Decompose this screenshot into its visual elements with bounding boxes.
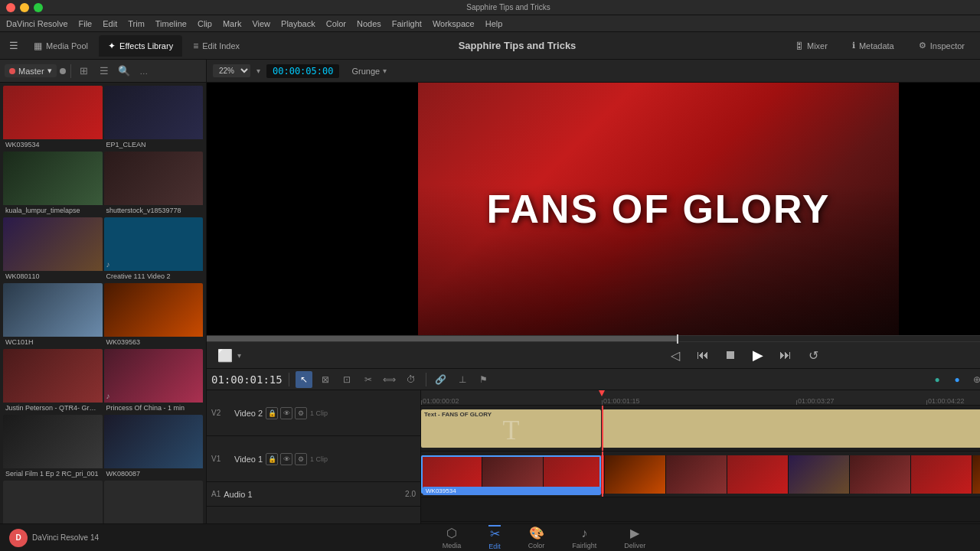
master-label: Master [18, 67, 44, 76]
list-view-btn[interactable]: ☰ [96, 63, 113, 80]
tab-mixer[interactable]: 🎛 Mixer [786, 35, 837, 57]
tracks-wrapper: 01:00:00:02 01:00:01:15 01:00:03:27 01:0… [421, 390, 980, 528]
prev-frame-btn[interactable]: ◁ [666, 346, 684, 364]
media-item-ep1clean[interactable]: EP1_CLEAN [104, 86, 204, 150]
stop-btn[interactable]: ⏹ [721, 346, 740, 364]
track-settings-v2[interactable]: ⚙ [295, 407, 307, 419]
menu-view[interactable]: View [252, 19, 270, 28]
bottom-tab-edit[interactable]: ✂ Edit [488, 525, 501, 550]
menu-bar: DaVinci Resolve File Edit Trim Timeline … [0, 15, 980, 32]
track-settings-v1[interactable]: ⚙ [295, 453, 307, 465]
loop-btn[interactable]: ↺ [804, 346, 822, 364]
preview-select-btn[interactable]: ⬜ [216, 346, 234, 364]
media-item-princess[interactable]: ♪ Princess Of China - 1 min [104, 349, 204, 413]
media-nav-icon: ⬡ [446, 526, 457, 540]
media-nav-label: Media [443, 542, 462, 549]
more-options-btn[interactable]: … [136, 63, 152, 80]
ruler-tick-3: 01:00:03:27 [798, 397, 835, 405]
clip-text-fans-2[interactable] [603, 409, 980, 448]
link-btn[interactable]: 🔗 [433, 371, 449, 388]
film-cell-10 [972, 455, 980, 494]
trim-tool-btn[interactable]: ⊠ [317, 371, 334, 388]
rewind-btn[interactable]: ⏮ [694, 346, 712, 364]
color-nav-icon: 🎨 [529, 526, 544, 540]
menu-workspace[interactable]: Workspace [433, 19, 475, 28]
media-item-kuala[interactable]: kuala_lumpur_timelapse [3, 152, 103, 216]
media-item-shutterstock[interactable]: shutterstock_v18539778 [104, 152, 204, 216]
tab-effects-library[interactable]: ✦ Effects Library [99, 35, 182, 57]
timeline-toolbar: 01:00:01:15 ↖ ⊠ ⊡ ✂ ⟺ ⏱ 🔗 ⊥ ⚑ ● ● ⊕ [207, 369, 980, 390]
flag-btn[interactable]: ⚑ [475, 371, 492, 388]
menu-help[interactable]: Help [485, 19, 503, 28]
audio-name-a1: Audio 1 [224, 490, 252, 499]
bottom-tab-media[interactable]: ⬡ Media [443, 526, 462, 549]
media-item-justin[interactable]: Justin Peterson - QTR4- Green al... [3, 349, 103, 413]
film-cell-6 [727, 455, 789, 494]
fairlight-nav-label: Fairlight [572, 542, 596, 549]
bottom-tab-color[interactable]: 🎨 Color [528, 526, 545, 549]
master-dropdown[interactable]: Master ▾ [5, 64, 57, 77]
menu-clip[interactable]: Clip [198, 19, 212, 28]
color2-flag-btn[interactable]: ● [949, 371, 965, 388]
media-item-wk080087[interactable]: WK080087 [104, 415, 204, 479]
menu-edit[interactable]: Edit [103, 19, 117, 28]
add-marker-btn[interactable]: ⊕ [969, 371, 980, 388]
color-flag-btn[interactable]: ● [929, 371, 946, 388]
blade-btn[interactable]: ✂ [360, 371, 377, 388]
menu-mark[interactable]: Mark [223, 19, 241, 28]
menu-file[interactable]: File [79, 19, 93, 28]
menu-playback[interactable]: Playback [281, 19, 315, 28]
main-layout: Master ▾ ⊞ ☰ 🔍 … WK039534 EP1_CLEAN [0, 60, 980, 551]
media-item-creative111[interactable]: ♪ Creative 111 Video 2 [104, 217, 204, 282]
maximize-btn[interactable] [34, 3, 43, 12]
track-lock-v1[interactable]: 🔒 [266, 453, 278, 465]
menu-nodes[interactable]: Nodes [357, 19, 381, 28]
media-item-wc101h[interactable]: WC101H [3, 283, 103, 347]
menu-davinci[interactable]: DaVinci Resolve [6, 19, 68, 28]
effects-icon: ✦ [108, 41, 116, 51]
grunge-label: Grunge [351, 67, 380, 76]
metadata-icon: ℹ [852, 41, 855, 51]
play-btn[interactable]: ▶ [749, 346, 767, 364]
media-item-wk039563[interactable]: WK039563 [104, 283, 204, 347]
tab-media-pool[interactable]: ▦ Media Pool [24, 35, 97, 57]
film-cell-7 [789, 455, 850, 494]
menu-fairlight[interactable]: Fairlight [392, 19, 422, 28]
track-lock-v2[interactable]: 🔒 [266, 407, 278, 419]
slip-btn[interactable]: ⟺ [381, 371, 398, 388]
media-item-wk080110[interactable]: WK080110 [3, 217, 103, 282]
title-bar: Sapphire Tips and Tricks [0, 0, 980, 15]
select-tool-btn[interactable]: ↖ [296, 371, 312, 388]
menu-timeline[interactable]: Timeline [155, 19, 187, 28]
grunge-dropdown-arrow[interactable]: ▾ [383, 67, 387, 75]
tab-inspector[interactable]: ⚙ Inspector [910, 35, 974, 57]
zoom-select[interactable]: 22% [213, 64, 250, 77]
bottom-tab-deliver[interactable]: ▶ Deliver [624, 526, 645, 549]
edit-index-icon: ≡ [193, 41, 198, 51]
search-btn[interactable]: 🔍 [116, 63, 132, 80]
grid-view-btn[interactable]: ⊞ [76, 63, 93, 80]
track-clip-count-v1: 1 Clip [310, 455, 328, 463]
menu-color[interactable]: Color [326, 19, 346, 28]
davinci-logo-icon: D [9, 529, 28, 547]
track-visible-v2[interactable]: 👁 [280, 407, 292, 419]
dynamic-trim-btn[interactable]: ⊡ [338, 371, 355, 388]
preview-mode-arrow[interactable]: ▾ [237, 351, 241, 360]
tab-edit-index[interactable]: ≡ Edit Index [184, 35, 249, 57]
scrubber-bar[interactable] [207, 335, 980, 341]
track-icons-v1: 🔒 👁 ⚙ [266, 453, 307, 465]
fast-forward-btn[interactable]: ⏭ [776, 346, 795, 364]
media-item-wk039534[interactable]: WK039534 [3, 86, 103, 150]
close-btn[interactable] [6, 3, 15, 12]
clip-text-fans[interactable]: Text - FANS OF GLORY T [421, 409, 601, 448]
sidebar-toggle[interactable]: ☰ [5, 37, 23, 55]
retime-btn[interactable]: ⏱ [403, 371, 420, 388]
bottom-tab-fairlight[interactable]: ♪ Fairlight [572, 527, 596, 549]
minimize-btn[interactable] [20, 3, 29, 12]
media-item-serial[interactable]: Serial Film 1 Ep 2 RC_pri_001 [3, 415, 103, 479]
tab-metadata[interactable]: ℹ Metadata [843, 35, 903, 57]
menu-trim[interactable]: Trim [128, 19, 145, 28]
track-visible-v1[interactable]: 👁 [280, 453, 292, 465]
snap-btn[interactable]: ⊥ [454, 371, 471, 388]
track-header-v1: V1 Video 1 🔒 👁 ⚙ 1 Clip [207, 436, 420, 482]
